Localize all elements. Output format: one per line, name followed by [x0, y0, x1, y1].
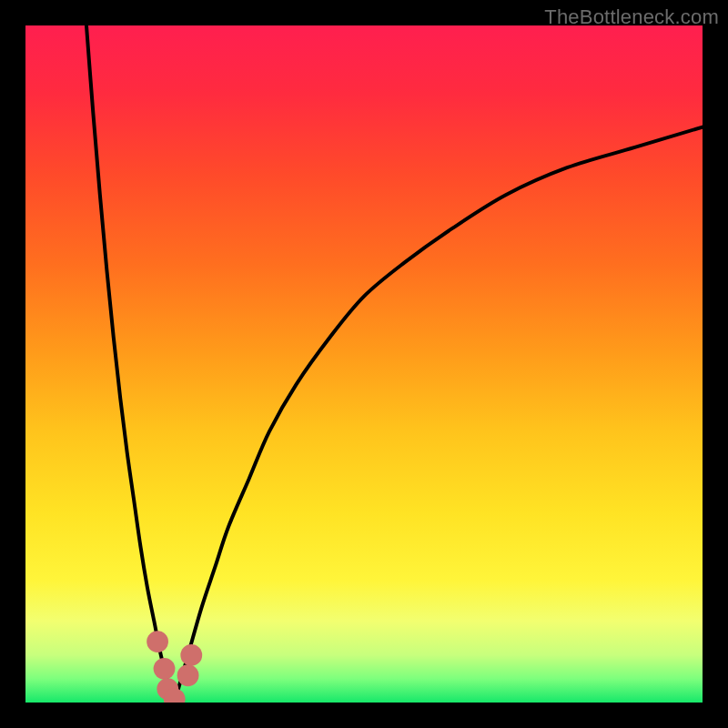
data-marker: [154, 658, 176, 680]
outer-frame: TheBottleneck.com: [0, 0, 728, 728]
watermark-text: TheBottleneck.com: [544, 5, 719, 29]
chart-svg: [25, 25, 703, 703]
data-marker: [147, 631, 168, 652]
data-marker: [180, 644, 202, 666]
plot-area: [25, 25, 703, 703]
data-marker: [177, 664, 199, 686]
gradient-background: [25, 25, 703, 703]
